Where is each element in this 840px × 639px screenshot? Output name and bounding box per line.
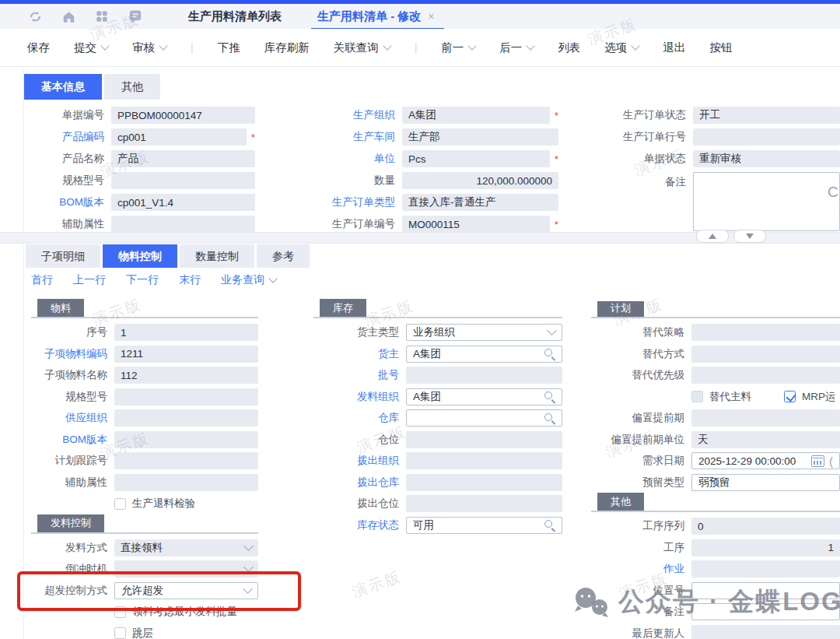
position-no-field[interactable] — [691, 582, 840, 599]
chevron-down-icon[interactable] — [547, 325, 557, 335]
field-label[interactable]: 作业 — [591, 562, 691, 576]
push-down-button[interactable]: 下推 — [218, 40, 240, 55]
field-label[interactable]: BOM版本 — [31, 433, 114, 447]
message-icon[interactable] — [128, 9, 143, 24]
field-label: 辅助属性 — [31, 476, 114, 490]
chevron-down-icon[interactable] — [100, 41, 109, 50]
custom-button[interactable]: 按钮 — [709, 40, 732, 55]
related-query-button[interactable]: 关联查询 — [334, 40, 390, 55]
calendar-icon[interactable] — [811, 455, 824, 467]
min-issue-batch-checkbox[interactable] — [114, 606, 126, 618]
search-icon[interactable] — [544, 413, 555, 424]
search-icon[interactable] — [544, 519, 555, 531]
checkbox-label: MRP运 — [802, 390, 836, 404]
search-icon[interactable] — [544, 348, 555, 360]
substitute-main-checkbox[interactable] — [691, 391, 703, 402]
field-label[interactable]: 子项物料编码 — [31, 347, 114, 361]
list-button[interactable]: 列表 — [558, 40, 580, 55]
backflush-timing-select[interactable] — [114, 560, 258, 578]
tab-production-material-list[interactable]: 生产用料清单列表 — [188, 9, 282, 24]
return-inspection-checkbox[interactable] — [114, 498, 126, 510]
tab-label: 生产用料清单列表 — [188, 9, 282, 24]
chevron-down-icon[interactable] — [159, 41, 167, 50]
field-label[interactable]: BOM版本 — [28, 195, 111, 209]
exit-button[interactable]: 退出 — [663, 40, 685, 55]
field-label[interactable]: 货主 — [313, 347, 406, 361]
options-button[interactable]: 选项 — [604, 40, 639, 55]
tab-sub-item-detail[interactable]: 子项明细 — [26, 244, 100, 268]
tab-basic-info[interactable]: 基本信息 — [24, 74, 102, 100]
field-label[interactable]: 生产组织 — [317, 108, 402, 122]
workshop-field: 生产部 — [402, 128, 558, 146]
demand-date-field[interactable]: 2025-12-29 00:00:00( — [691, 452, 840, 469]
field-label: 倒冲时机 — [31, 562, 114, 576]
issue-mode-select[interactable]: 直接领料 — [114, 539, 258, 556]
prev-row-link[interactable]: 上一行 — [73, 273, 106, 287]
chevron-down-icon[interactable] — [268, 274, 277, 283]
tab-production-material-edit[interactable]: 生产用料清单 - 修改 × — [317, 9, 435, 24]
chevron-down-icon[interactable] — [243, 584, 253, 594]
tab-material-control[interactable]: 物料控制 — [103, 244, 177, 268]
close-icon[interactable]: × — [428, 10, 434, 23]
next-row-link[interactable]: 下一行 — [126, 273, 159, 287]
chevron-down-icon[interactable] — [527, 41, 535, 50]
field-label[interactable]: 供应组织 — [31, 411, 114, 425]
checkbox-label: 领料考虑最小发料批量 — [132, 605, 237, 619]
chevron-down-icon[interactable] — [632, 41, 640, 50]
tab-quantity-control[interactable]: 数量控制 — [180, 244, 254, 268]
save-button[interactable]: 保存 — [27, 40, 50, 55]
detail-tabs: 子项明细 物料控制 数量控制 参考 — [26, 244, 312, 268]
issue-org-lookup-field[interactable]: A集团 — [406, 388, 562, 406]
field-label[interactable]: 生产车间 — [317, 130, 402, 144]
chevron-down-icon[interactable] — [243, 541, 254, 551]
sync-icon[interactable] — [28, 9, 43, 24]
chevron-down-icon[interactable] — [383, 41, 391, 50]
field-label[interactable]: 单位 — [317, 152, 402, 166]
chevron-down-icon[interactable] — [243, 562, 254, 572]
form-row: 单据编号 PPBOM00000147 — [28, 107, 255, 124]
checkbox-label: 替代主料 — [709, 390, 751, 404]
basic-form-col3: 生产订单状态 开工 生产订单行号 单据状态 重新审核 备注 — [591, 107, 840, 236]
remark-textarea[interactable] — [693, 172, 840, 231]
field-label[interactable]: 仓库 — [313, 411, 406, 425]
skip-level-checkbox[interactable] — [114, 627, 126, 639]
product-code-field: cp001 — [111, 128, 247, 146]
search-icon[interactable] — [544, 391, 555, 402]
mrp-calc-checkbox[interactable] — [784, 391, 796, 402]
tab-reference[interactable]: 参考 — [257, 244, 310, 268]
field-label[interactable]: 生产订单类型 — [317, 195, 402, 209]
stock-status-lookup-field[interactable]: 可用 — [406, 517, 562, 534]
field-label: 最后更新人 — [591, 627, 691, 639]
field-label[interactable]: 发料组织 — [313, 390, 406, 404]
stock-refresh-button[interactable]: 库存刷新 — [264, 40, 310, 55]
owner-type-select[interactable]: 业务组织 — [406, 324, 562, 341]
over-issue-control-select[interactable]: 允许超发 — [114, 582, 258, 599]
group-title-badge: 发料控制 — [37, 514, 104, 532]
business-query-link[interactable]: 业务查询 — [221, 273, 276, 287]
remark-field[interactable] — [691, 603, 840, 620]
owner-lookup-field[interactable]: A集团 — [406, 346, 562, 363]
chevron-down-icon[interactable] — [468, 41, 477, 50]
tab-other[interactable]: 其他 — [104, 74, 160, 100]
previous-button[interactable]: 前一 — [441, 40, 475, 55]
field-label[interactable]: 拨出仓库 — [313, 476, 406, 490]
next-button[interactable]: 后一 — [499, 40, 534, 55]
home-icon[interactable] — [61, 9, 76, 24]
apps-grid-icon[interactable] — [95, 9, 109, 23]
expand-down-button[interactable] — [733, 230, 766, 243]
warehouse-lookup-field[interactable] — [406, 409, 562, 427]
audit-button[interactable]: 审核 — [132, 40, 166, 55]
collapse-up-button[interactable] — [696, 230, 729, 243]
form-row: 规格型号 — [28, 172, 255, 189]
form-row: 供应组织 — [31, 409, 258, 427]
reserve-type-field[interactable]: 弱预留 — [691, 474, 840, 491]
field-label[interactable]: 产品编码 — [28, 130, 111, 144]
field-label[interactable]: 批号 — [313, 368, 406, 382]
last-row-link[interactable]: 末行 — [179, 273, 201, 287]
form-row: 偏置提前期单位 天 — [591, 431, 840, 448]
field-label[interactable]: 库存状态 — [313, 518, 406, 532]
submit-button[interactable]: 提交 — [74, 40, 108, 55]
first-row-link[interactable]: 首行 — [31, 273, 53, 287]
field-label[interactable]: 拨出组织 — [313, 454, 406, 468]
quantity-field: 120,000.000000 — [402, 172, 558, 189]
